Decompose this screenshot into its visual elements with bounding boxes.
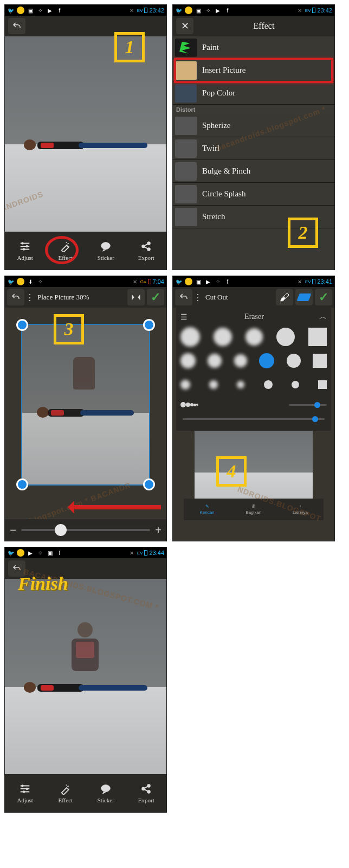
step-badge-4: 4 bbox=[216, 456, 247, 487]
eraser-button[interactable] bbox=[295, 289, 313, 305]
slider-knob[interactable] bbox=[55, 524, 67, 536]
panel-3-place-picture: 🐦 ⬇ ⁘ ✕ G× 7:04 ⋮ Place Picture 30% ✓ bl… bbox=[4, 276, 167, 541]
brush-option[interactable] bbox=[180, 353, 196, 368]
adjust-button[interactable]: Adjust bbox=[5, 774, 46, 812]
handle-bl[interactable] bbox=[16, 478, 28, 490]
brush-option[interactable] bbox=[276, 328, 295, 346]
brush-option[interactable] bbox=[180, 327, 200, 347]
brush-option-selected[interactable] bbox=[259, 353, 274, 368]
size-slider[interactable] bbox=[183, 418, 325, 420]
chevron-up-icon[interactable]: ︿ bbox=[319, 312, 327, 322]
play-icon: ▶ bbox=[46, 7, 54, 14]
sub-btn-3[interactable]: ⋮Lainnya bbox=[277, 499, 324, 520]
sub-btn-2[interactable]: ⫚Bagikan bbox=[230, 499, 277, 520]
brush-option[interactable] bbox=[292, 381, 299, 388]
place-title: Place Picture 30% bbox=[35, 293, 125, 302]
cutout-title: Cut Out bbox=[203, 293, 274, 302]
fb-icon: f bbox=[56, 549, 63, 557]
app-icon bbox=[17, 278, 24, 285]
slider-knob[interactable] bbox=[314, 402, 320, 408]
svg-point-1 bbox=[26, 245, 28, 247]
brush-option[interactable] bbox=[308, 328, 327, 346]
effect-item-paint[interactable]: Paint bbox=[173, 36, 334, 59]
confirm-button[interactable]: ✓ bbox=[147, 289, 164, 305]
app-icon bbox=[17, 549, 24, 557]
gallery-icon: ▣ bbox=[195, 7, 202, 14]
brush-option[interactable] bbox=[196, 404, 198, 406]
twitter-icon: 🐦 bbox=[175, 278, 183, 285]
arrow-annotation bbox=[70, 505, 161, 509]
close-button[interactable]: ✕ bbox=[176, 18, 193, 34]
brush-option[interactable] bbox=[313, 354, 327, 368]
label: Export bbox=[138, 797, 154, 803]
effect-item-circle-splash[interactable]: Circle Splash bbox=[173, 183, 334, 206]
eraser-panel: ☰ Eraser ︿ bbox=[176, 308, 331, 431]
app-icon bbox=[185, 7, 192, 14]
confirm-button[interactable]: ✓ bbox=[315, 289, 332, 305]
panel-5-finish: 🐦 ▶ ⁘ ▣ f ✕ EV 23:44 * BACANDROIDS.BLOGS… bbox=[4, 547, 167, 813]
brush-option[interactable] bbox=[234, 354, 247, 367]
brush-option[interactable] bbox=[318, 380, 327, 389]
sticker-label: Sticker bbox=[98, 254, 114, 261]
svg-point-10 bbox=[101, 785, 111, 792]
effect-item-bulge-pinch[interactable]: Bulge & Pinch bbox=[173, 160, 334, 183]
export-button[interactable]: Export bbox=[126, 774, 167, 812]
brush-option[interactable] bbox=[237, 381, 244, 388]
effect-item-twirl[interactable]: Twirl bbox=[173, 137, 334, 160]
export-button[interactable]: Export bbox=[126, 232, 167, 270]
handle-tr[interactable] bbox=[143, 319, 155, 331]
gallery-icon: ▣ bbox=[195, 278, 202, 285]
list-icon[interactable]: ☰ bbox=[180, 312, 189, 322]
brush-option[interactable] bbox=[186, 403, 190, 407]
slider-plus[interactable]: + bbox=[154, 524, 162, 537]
slider-knob[interactable] bbox=[312, 416, 318, 422]
sticker-button[interactable]: Sticker bbox=[86, 774, 126, 812]
signal-icon: ✕ bbox=[296, 7, 303, 14]
status-bar: 🐦 ▶ ⁘ ▣ f ✕ EV 23:44 bbox=[5, 547, 166, 558]
slider-minus[interactable]: − bbox=[9, 524, 17, 537]
effect-item-pop-color[interactable]: Pop Color bbox=[173, 82, 334, 105]
brush-option[interactable] bbox=[209, 380, 218, 389]
brush-option[interactable] bbox=[264, 380, 273, 389]
clock: 23:42 bbox=[317, 7, 332, 14]
brush-option[interactable] bbox=[214, 328, 232, 346]
menu-dots-icon[interactable]: ⋮ bbox=[195, 289, 201, 305]
svg-point-0 bbox=[22, 242, 24, 245]
battery-icon bbox=[144, 8, 147, 13]
brush-option[interactable] bbox=[180, 380, 190, 390]
placed-image[interactable] bbox=[21, 324, 150, 486]
brush-button[interactable]: 🖌 bbox=[276, 289, 293, 305]
label: Bulge & Pinch bbox=[202, 167, 250, 176]
slider-track[interactable] bbox=[21, 529, 150, 531]
brush-option[interactable] bbox=[208, 354, 222, 368]
opacity-slider: − + bbox=[5, 519, 166, 541]
twitter-icon: 🐦 bbox=[175, 7, 183, 14]
place-canvas[interactable]: blogspot.com * BACANDR bbox=[5, 308, 166, 518]
handle-br[interactable] bbox=[143, 478, 155, 490]
flip-button[interactable] bbox=[127, 289, 145, 305]
adjust-button[interactable]: Adjust bbox=[5, 232, 46, 270]
brush-option[interactable] bbox=[287, 354, 301, 368]
photo-canvas[interactable]: * BACANDROIDS.BLOGSPOT.COM * bbox=[5, 579, 166, 775]
network-icon: EV bbox=[305, 8, 311, 13]
effect-item-spherize[interactable]: Spherize bbox=[173, 114, 334, 137]
clock: 23:41 bbox=[317, 278, 332, 285]
paint-label: Paint bbox=[202, 43, 219, 52]
effect-button[interactable]: Effect bbox=[46, 774, 86, 812]
sticker-button[interactable]: Sticker bbox=[86, 232, 126, 270]
play-icon: ▶ bbox=[27, 549, 34, 557]
gallery-icon: ▣ bbox=[27, 7, 34, 14]
brush-option[interactable] bbox=[180, 402, 186, 407]
photo-canvas[interactable]: ANDROIDS bbox=[5, 36, 166, 233]
label: Spherize bbox=[202, 121, 230, 130]
sub-btn-1[interactable]: ✎Kencan bbox=[184, 499, 230, 520]
label: Sticker bbox=[98, 797, 114, 803]
brush-option[interactable] bbox=[245, 328, 263, 346]
undo-button[interactable] bbox=[175, 289, 192, 305]
undo-button[interactable] bbox=[8, 18, 25, 34]
undo-button[interactable] bbox=[7, 289, 24, 305]
thumb bbox=[175, 162, 197, 181]
menu-dots-icon[interactable]: ⋮ bbox=[27, 289, 33, 305]
handle-tl[interactable] bbox=[16, 319, 28, 331]
svg-point-8 bbox=[26, 788, 28, 790]
